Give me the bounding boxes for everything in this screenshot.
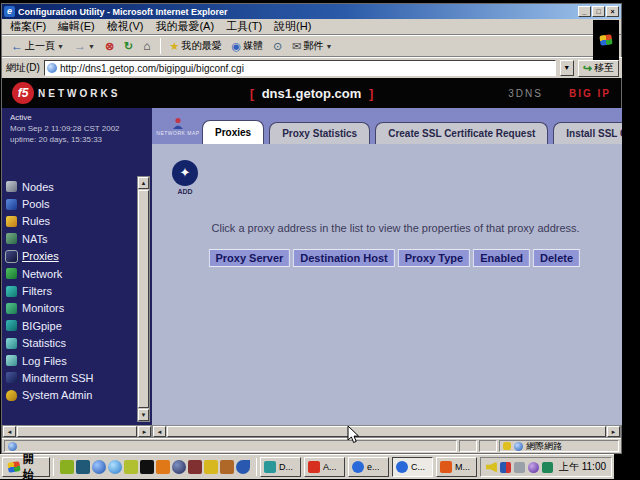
video-border-right <box>622 0 640 480</box>
forward-dropdown-icon[interactable]: ▼ <box>88 43 95 50</box>
quick-launch-icon[interactable] <box>172 460 186 474</box>
tray-icon[interactable] <box>542 462 553 473</box>
mail-dropdown-icon[interactable]: ▼ <box>325 43 332 50</box>
main-horizontal-scrollbar[interactable]: ◄ ► <box>152 425 621 438</box>
mail-button[interactable]: ✉ 郵件 ▼ <box>289 38 335 54</box>
sidebar-item-system-admin[interactable]: System Admin <box>6 387 134 404</box>
tray-icon[interactable] <box>528 462 539 473</box>
pools-icon <box>6 199 17 210</box>
home-button[interactable]: ⌂ <box>140 38 153 54</box>
scroll-right-icon[interactable]: ► <box>138 426 151 437</box>
sidebar-item-nats[interactable]: NATs <box>6 230 134 247</box>
task-button-3[interactable]: e... <box>348 457 389 477</box>
scroll-right-icon[interactable]: ► <box>607 426 620 437</box>
sidebar-item-mindterm-ssh[interactable]: Mindterm SSH <box>6 369 134 386</box>
task-button-5[interactable]: M... <box>436 457 477 477</box>
network-map-button[interactable]: NETWORK MAP <box>154 108 202 144</box>
add-proxy-button[interactable]: ✦ ADD <box>170 160 200 195</box>
sidebar-item-nodes[interactable]: Nodes <box>6 178 134 195</box>
favorites-button[interactable]: ★ 我的最愛 <box>167 38 225 54</box>
sidebar-item-monitors[interactable]: Monitors <box>6 300 134 317</box>
menu-tools[interactable]: 工具(T) <box>226 19 262 34</box>
unit-status: Active <box>10 112 146 123</box>
minimize-button[interactable]: _ <box>578 6 591 17</box>
address-input[interactable]: http://dns1.getop.com/bigipgui/bigconf.c… <box>44 60 556 76</box>
volume-icon[interactable] <box>486 462 497 473</box>
sidebar-horizontal-scrollbar[interactable]: ◄ ► <box>2 425 152 438</box>
sidebar-item-label: System Admin <box>22 389 92 401</box>
sidebar-item-network[interactable]: Network <box>6 265 134 282</box>
scrollbar-thumb[interactable] <box>167 426 606 437</box>
quick-launch-icon[interactable] <box>188 460 202 474</box>
quick-launch-icon[interactable] <box>92 460 106 474</box>
sidebar-item-log-files[interactable]: Log Files <box>6 352 134 369</box>
app-icon <box>352 461 364 473</box>
quick-launch-icon[interactable] <box>140 460 154 474</box>
scroll-left-icon[interactable]: ◄ <box>3 426 16 437</box>
menu-help[interactable]: 說明(H) <box>274 19 311 34</box>
sidebar-item-filters[interactable]: Filters <box>6 282 134 299</box>
scrollbar-thumb[interactable] <box>138 190 149 408</box>
sidebar-item-label: Pools <box>22 198 50 210</box>
nats-icon <box>6 233 17 244</box>
sidebar-item-bigpipe[interactable]: BIGpipe <box>6 317 134 334</box>
quick-launch-icon[interactable] <box>236 460 250 474</box>
menu-favorites[interactable]: 我的最愛(A) <box>155 19 214 34</box>
tab-proxies[interactable]: Proxies <box>202 120 264 144</box>
tray-icon[interactable] <box>514 462 525 473</box>
menu-view[interactable]: 檢視(V) <box>107 19 144 34</box>
address-dropdown-icon[interactable]: ▼ <box>560 60 574 76</box>
quick-launch-icon[interactable] <box>156 460 170 474</box>
sidebar-item-statistics[interactable]: Statistics <box>6 335 134 352</box>
tab-proxy-statistics[interactable]: Proxy Statistics <box>269 122 370 144</box>
task-button-ie-active[interactable]: C... <box>392 457 433 477</box>
status-bar: 網際網路 <box>2 438 621 453</box>
close-button[interactable]: × <box>606 6 619 17</box>
sidebar-item-pools[interactable]: Pools <box>6 195 134 212</box>
quick-launch-icon[interactable] <box>76 460 90 474</box>
menu-edit[interactable]: 編輯(E) <box>58 19 95 34</box>
link-3dns[interactable]: 3DNS <box>508 88 543 99</box>
quick-launch-icon[interactable] <box>204 460 218 474</box>
sidebar-item-proxies[interactable]: Proxies <box>6 248 134 265</box>
history-button[interactable]: ⊙ <box>270 39 285 54</box>
mouse-cursor <box>347 426 361 444</box>
address-url[interactable]: http://dns1.getop.com/bigipgui/bigconf.c… <box>60 63 244 74</box>
link-bigip[interactable]: BIG IP <box>569 88 611 99</box>
sidebar-vertical-scrollbar[interactable]: ▲ ▼ <box>137 176 150 422</box>
column-enabled: Enabled <box>473 249 530 267</box>
start-button[interactable]: 開始 <box>2 457 50 477</box>
tray-icon[interactable] <box>500 462 511 473</box>
quick-launch-icon[interactable] <box>60 460 74 474</box>
quick-launch-icon[interactable] <box>124 460 138 474</box>
sidebar-item-rules[interactable]: Rules <box>6 213 134 230</box>
back-button[interactable]: ← 上一頁 ▼ <box>8 38 67 54</box>
refresh-button[interactable]: ↻ <box>121 39 136 54</box>
forward-button[interactable]: → ▼ <box>71 38 98 54</box>
scrollbar-thumb[interactable] <box>17 426 137 437</box>
address-label: 網址(D) <box>6 61 40 75</box>
maximize-button[interactable]: □ <box>592 6 605 17</box>
back-dropdown-icon[interactable]: ▼ <box>57 43 64 50</box>
status-pane-2 <box>479 440 497 452</box>
taskbar: 開始 D... A... e... C... M... <box>0 454 614 479</box>
taskbar-divider <box>256 458 257 476</box>
sidebar-item-label: Rules <box>22 215 50 227</box>
stop-button[interactable]: ⊗ <box>102 39 117 54</box>
scroll-up-icon[interactable]: ▲ <box>138 177 149 189</box>
task-button-2[interactable]: A... <box>304 457 345 477</box>
task-button-1[interactable]: D... <box>260 457 301 477</box>
quick-launch-icon[interactable] <box>220 460 234 474</box>
go-arrow-icon: ↪ <box>583 62 592 75</box>
go-button[interactable]: ↪ 移至 <box>578 60 619 77</box>
task-button-label: M... <box>455 462 470 472</box>
menu-file[interactable]: 檔案(F) <box>10 19 46 34</box>
windows-logo-icon <box>599 34 612 46</box>
media-button[interactable]: ◉ 媒體 <box>228 38 266 54</box>
security-zone-pane: 網際網路 <box>499 440 619 452</box>
scroll-left-icon[interactable]: ◄ <box>153 426 166 437</box>
title-bar[interactable]: e Configuration Utility - Microsoft Inte… <box>2 4 621 19</box>
tab-create-ssl-certificate-request[interactable]: Create SSL Certificate Request <box>375 122 548 144</box>
scroll-down-icon[interactable]: ▼ <box>138 409 149 421</box>
quick-launch-icon[interactable] <box>108 460 122 474</box>
